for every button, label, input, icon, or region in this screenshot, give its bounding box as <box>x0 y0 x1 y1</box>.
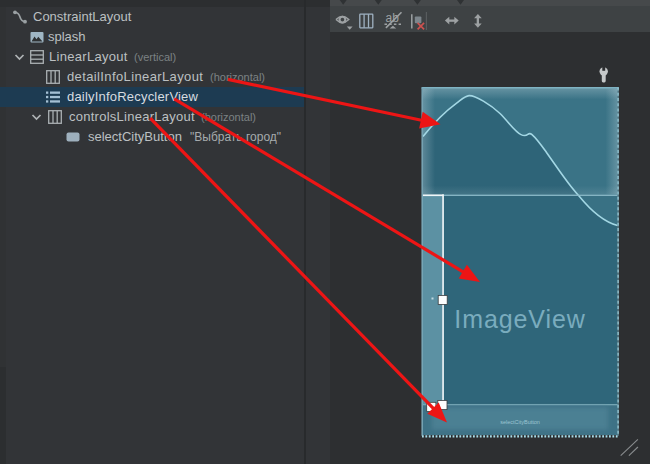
svg-text:ab: ab <box>386 11 400 25</box>
svg-text:ImageView: ImageView <box>454 305 585 333</box>
svg-text:selectCityButton: selectCityButton <box>500 419 540 425</box>
